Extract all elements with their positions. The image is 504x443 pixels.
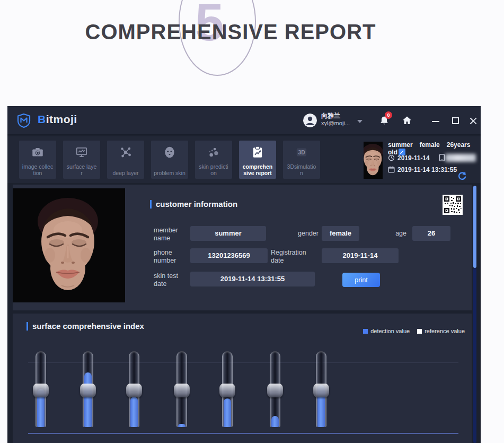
tab-label: 3Dsimulation xyxy=(283,163,320,177)
session-name: summer xyxy=(388,141,413,149)
thermometer-gauge xyxy=(174,351,190,427)
user-menu[interactable]: 向雅兰 xyl@moji... xyxy=(321,112,350,127)
page-title: COMPREHENSIVE REPORT xyxy=(32,20,429,44)
phone-number-field[interactable]: 13201236569 xyxy=(190,248,268,263)
tab-label: deep layer xyxy=(107,170,144,177)
clock-icon xyxy=(388,154,395,161)
session-face-thumbnail xyxy=(364,142,383,179)
camera-icon xyxy=(31,145,45,159)
3d-icon: 3D xyxy=(295,145,308,159)
scrollbar-thumb[interactable] xyxy=(473,186,476,268)
notification-badge: 0 xyxy=(385,111,392,119)
user-name: 向雅兰 xyxy=(321,112,350,120)
report-icon xyxy=(251,145,264,159)
tab-image-collection[interactable]: image collection xyxy=(19,141,56,179)
window-titlebar: Bitmoji 向雅兰 xyl@moji... 0 xyxy=(7,106,481,135)
age-field[interactable]: 26 xyxy=(412,226,450,241)
minimize-button[interactable] xyxy=(428,106,444,135)
session-date: 2019-11-14 xyxy=(397,154,430,162)
problem-skin-icon xyxy=(163,145,176,159)
app-name: Bitmoji xyxy=(38,113,77,126)
nav-bar: image collection surface layer deep laye… xyxy=(7,136,481,183)
tab-label: comprehensive report xyxy=(239,163,276,177)
close-button[interactable] xyxy=(465,106,481,135)
member-name-field[interactable]: summer xyxy=(190,226,266,241)
session-datetime: 2019-11-14 13:31:55 xyxy=(397,166,457,173)
skin-test-date-field[interactable]: 2019-11-14 13:31:55 xyxy=(190,272,315,286)
gender-label: gender xyxy=(274,230,319,238)
thermometer-gauge xyxy=(219,351,235,427)
thermometer-gauge xyxy=(33,351,49,427)
tab-deep-layer[interactable]: deep layer xyxy=(107,141,144,179)
phone-icon xyxy=(439,154,445,161)
tab-label: surface layer xyxy=(63,163,100,177)
thermometer-chart xyxy=(7,313,481,443)
tab-comprehensive-report[interactable]: comprehensive report xyxy=(239,141,276,179)
qr-code xyxy=(443,195,463,215)
skin-prediction-icon xyxy=(207,145,220,159)
tab-3d-simulation[interactable]: 3D 3Dsimulation xyxy=(283,141,320,179)
face-photo xyxy=(13,188,125,302)
tab-surface-layer[interactable]: surface layer xyxy=(63,141,100,179)
age-label: age xyxy=(377,230,406,238)
session-gender: female xyxy=(420,141,440,149)
print-button[interactable]: print xyxy=(342,273,380,287)
tab-label: problem skin xyxy=(151,170,188,177)
tab-problem-skin[interactable]: problem skin xyxy=(151,141,188,179)
brand-logo-icon xyxy=(16,112,32,128)
phone-number-redacted xyxy=(445,154,476,162)
tab-skin-prediction[interactable]: skin prediction xyxy=(195,141,232,179)
undo-icon[interactable] xyxy=(457,171,466,181)
surface-layer-icon xyxy=(75,145,89,159)
skin-test-date-label: skin test date xyxy=(154,272,187,288)
member-name-label: member name xyxy=(154,227,187,242)
thermometer-gauge xyxy=(313,351,329,427)
registration-date-label: Registration date xyxy=(271,249,321,265)
session-datetime-row: 2019-11-14 13:31:55 xyxy=(388,166,457,173)
phone-number-label: phone number xyxy=(154,249,187,265)
home-icon[interactable] xyxy=(402,115,412,126)
thermometer-gauge xyxy=(267,351,283,427)
header-accent-bar xyxy=(150,200,152,209)
svg-text:3D: 3D xyxy=(298,150,305,155)
page-header: 5 COMPREHENSIVE REPORT xyxy=(0,0,504,106)
thermometer-gauge xyxy=(126,351,142,427)
calendar-icon xyxy=(388,166,395,173)
session-date-row: 2019-11-14 xyxy=(388,154,448,162)
tab-label: skin prediction xyxy=(195,163,232,177)
scrollbar-track xyxy=(473,268,476,443)
user-email: xyl@moji... xyxy=(321,120,350,127)
gender-field[interactable]: female xyxy=(322,226,359,241)
chevron-down-icon[interactable] xyxy=(357,120,362,123)
registration-date-field[interactable]: 2019-11-14 xyxy=(322,248,399,263)
maximize-button[interactable] xyxy=(448,106,464,135)
chart-axis-line xyxy=(28,433,458,434)
avatar[interactable] xyxy=(303,114,317,127)
tab-label: image collection xyxy=(19,163,56,177)
deep-layer-icon xyxy=(119,145,132,159)
app-window: Bitmoji 向雅兰 xyl@moji... 0 xyxy=(7,106,481,443)
thermometer-gauge xyxy=(80,351,96,427)
